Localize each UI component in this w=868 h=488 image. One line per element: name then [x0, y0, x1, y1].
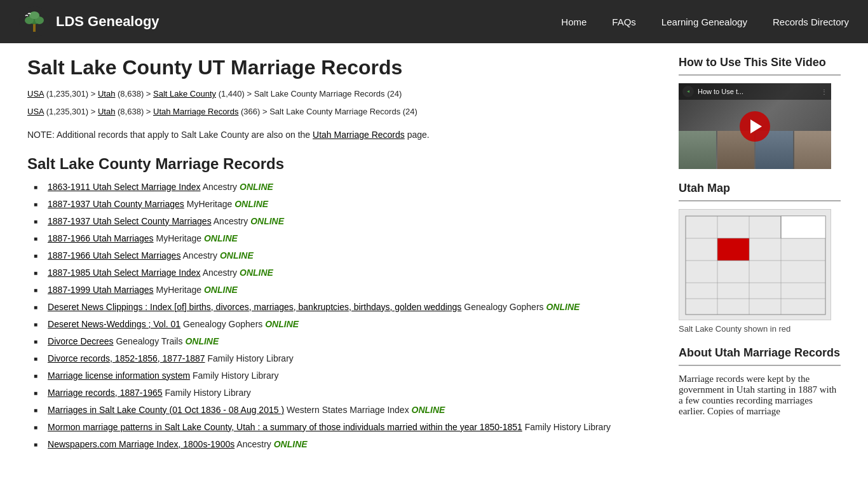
- record-link[interactable]: Marriages in Salt Lake County (01 Oct 18…: [48, 405, 284, 415]
- video-title-text: How to Use t...: [698, 88, 743, 95]
- svg-rect-1: [33, 24, 36, 32]
- record-link[interactable]: Mormon marriage patterns in Salt Lake Co…: [48, 422, 522, 432]
- about-divider: [679, 365, 841, 366]
- record-link[interactable]: Marriage records, 1887-1965: [48, 388, 163, 398]
- note-text: NOTE: Additional records that apply to S…: [27, 128, 660, 142]
- record-link[interactable]: 1887-1985 Utah Select Marriage Index: [48, 268, 200, 278]
- list-item: 1887-1999 Utah Marriages MyHeritage ONLI…: [34, 283, 660, 297]
- map-section: Utah Map: [679, 182, 841, 334]
- record-link[interactable]: 1887-1937 Utah County Marriages: [48, 199, 184, 209]
- site-header: LDS Genealogy Home FAQs Learning Genealo…: [0, 0, 868, 43]
- breadcrumb-2: USA (1,235,301) > Utah (8,638) > Utah Ma…: [27, 105, 660, 119]
- record-link[interactable]: Deseret News Clippings : Index [of] birt…: [48, 302, 461, 312]
- logo-text: LDS Genealogy: [56, 13, 159, 30]
- list-item: Marriages in Salt Lake County (01 Oct 18…: [34, 403, 660, 417]
- nav-faqs[interactable]: FAQs: [612, 17, 636, 27]
- record-link[interactable]: 1887-1999 Utah Marriages: [48, 285, 154, 295]
- list-item: Divorce records, 1852-1856, 1877-1887 Fa…: [34, 352, 660, 365]
- svg-rect-17: [717, 238, 749, 261]
- section-title: Salt Lake County Marriage Records: [27, 155, 660, 173]
- record-link[interactable]: 1863-1911 Utah Select Marriage Index: [48, 182, 200, 192]
- list-item: Mormon marriage patterns in Salt Lake Co…: [34, 421, 660, 434]
- list-item: 1887-1966 Utah Marriages MyHeritage ONLI…: [34, 232, 660, 245]
- list-item: Deseret News-Weddings ; Vol. 01 Genealog…: [34, 318, 660, 331]
- video-section-title: How to Use This Site Video: [679, 56, 841, 69]
- list-item: Divorce Decrees Genealogy Trails ONLINE: [34, 335, 660, 348]
- record-link[interactable]: Marriage license information system: [48, 370, 190, 381]
- list-item: 1887-1937 Utah County Marriages MyHerita…: [34, 198, 660, 211]
- list-item: Marriage records, 1887-1965 Family Histo…: [34, 386, 660, 400]
- svg-rect-15: [781, 216, 825, 238]
- about-text: Marriage records were kept by the govern…: [679, 374, 841, 417]
- bc1-usa[interactable]: USA: [27, 89, 44, 98]
- sidebar: How to Use This Site Video How to Use t.…: [679, 56, 841, 455]
- record-link[interactable]: 1887-1937 Utah Select County Marriages: [48, 216, 212, 226]
- record-link[interactable]: Deseret News-Weddings ; Vol. 01: [48, 319, 180, 329]
- svg-point-5: [29, 11, 39, 19]
- nav-learning[interactable]: Learning Genealogy: [661, 17, 747, 27]
- list-item: 1863-1911 Utah Select Marriage Index Anc…: [34, 180, 660, 194]
- record-link[interactable]: 1887-1966 Utah Marriages: [48, 233, 154, 243]
- bc2-usa[interactable]: USA: [27, 107, 44, 116]
- bc2-utah[interactable]: Utah: [98, 107, 115, 116]
- nav-home[interactable]: Home: [561, 17, 587, 27]
- map-section-title: Utah Map: [679, 182, 841, 195]
- main-layout: Salt Lake County UT Marriage Records USA…: [8, 43, 860, 468]
- record-link[interactable]: 1887-1966 Utah Select Marriages: [48, 250, 180, 261]
- utah-marriage-link[interactable]: Utah Marriage Records: [313, 130, 405, 140]
- list-item: Newspapers.com Marriage Index, 1800s-190…: [34, 438, 660, 451]
- record-link[interactable]: Divorce records, 1852-1856, 1877-1887: [48, 353, 205, 363]
- record-link[interactable]: Divorce Decrees: [48, 336, 113, 346]
- main-content: Salt Lake County UT Marriage Records USA…: [27, 56, 660, 455]
- about-section-title: About Utah Marriage Records: [679, 346, 841, 360]
- page-title: Salt Lake County UT Marriage Records: [27, 56, 660, 79]
- record-link[interactable]: Newspapers.com Marriage Index, 1800s-190…: [48, 439, 234, 449]
- map-caption: Salt Lake County shown in red: [679, 324, 841, 334]
- play-button[interactable]: [740, 111, 770, 142]
- video-title-bar: How to Use t... ⋮: [679, 83, 831, 100]
- records-list: 1863-1911 Utah Select Marriage Index Anc…: [27, 180, 660, 451]
- logo-area: LDS Genealogy: [19, 6, 561, 37]
- map-divider: [679, 200, 841, 201]
- main-nav: Home FAQs Learning Genealogy Records Dir…: [561, 17, 849, 27]
- logo-icon: [19, 6, 50, 37]
- nav-records-dir[interactable]: Records Directory: [773, 17, 849, 27]
- list-item: 1887-1985 Utah Select Marriage Index Anc…: [34, 266, 660, 280]
- list-item: 1887-1937 Utah Select County Marriages A…: [34, 215, 660, 228]
- list-item: Marriage license information system Fami…: [34, 369, 660, 383]
- breadcrumb-1: USA (1,235,301) > Utah (8,638) > Salt La…: [27, 87, 660, 101]
- bc2-utah-marriage[interactable]: Utah Marriage Records: [153, 107, 238, 116]
- about-section: About Utah Marriage Records Marriage rec…: [679, 346, 841, 417]
- bc1-slcounty[interactable]: Salt Lake County: [153, 89, 216, 98]
- bc1-utah[interactable]: Utah: [98, 89, 115, 98]
- video-logo-icon: [682, 86, 694, 97]
- video-section: How to Use This Site Video How to Use t.…: [679, 56, 841, 169]
- list-item: 1887-1966 Utah Select Marriages Ancestry…: [34, 249, 660, 262]
- utah-map-svg: [679, 210, 832, 321]
- utah-map: [679, 209, 831, 320]
- divider: [679, 74, 841, 76]
- video-thumbnail[interactable]: How to Use t... ⋮: [679, 83, 831, 169]
- list-item: Deseret News Clippings : Index [of] birt…: [34, 301, 660, 314]
